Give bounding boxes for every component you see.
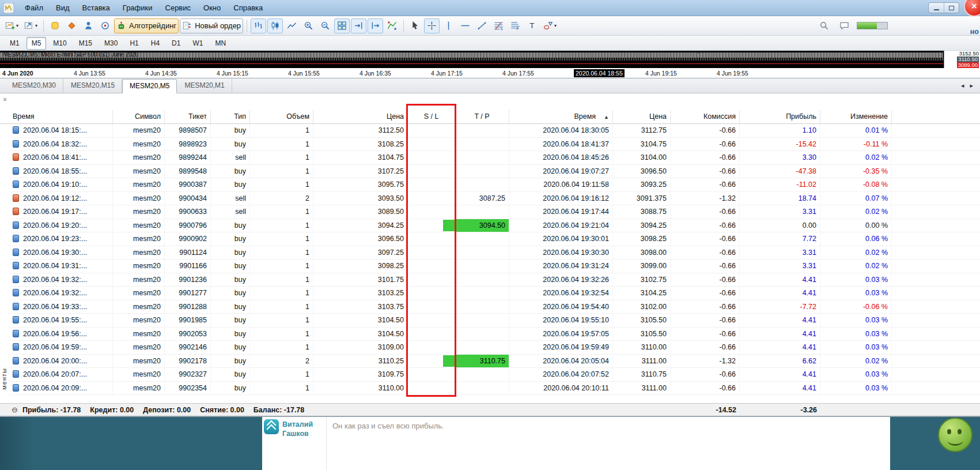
timeframe-button-m30[interactable]: M30	[99, 37, 123, 50]
fibonacci-retracement-button[interactable]: E	[491, 18, 506, 33]
crosshair-button[interactable]	[424, 18, 440, 33]
trade-row[interactable]: 2020.06.04 19:30:...mesm209901124buy1309…	[9, 246, 980, 260]
profiles-button[interactable]: ▾	[22, 18, 40, 33]
menu-item-1[interactable]: Вид	[50, 2, 76, 14]
chart-shift-button[interactable]	[368, 18, 383, 33]
time-axis-slot: 4 Jun 15:55	[286, 70, 357, 77]
fibonacci-expansion-button[interactable]: F	[508, 18, 523, 33]
vertical-line-button[interactable]	[441, 18, 456, 33]
new-order-button[interactable]: Новый ордер	[180, 18, 243, 33]
column-header-1[interactable]: Символ	[113, 110, 165, 123]
candlesticks-button[interactable]	[267, 18, 283, 33]
restore-button[interactable]	[944, 3, 959, 13]
column-header-3[interactable]: Тип	[211, 110, 250, 123]
menu-item-2[interactable]: Вставка	[76, 2, 116, 14]
chart-tab-mesm20-m1[interactable]: MESM20,M1	[177, 78, 232, 93]
column-header-5[interactable]: Цена	[313, 110, 408, 123]
trade-row[interactable]: 2020.06.04 19:59:...mesm209902146buy1310…	[9, 341, 980, 355]
trendline-button[interactable]	[474, 18, 490, 33]
bars-chart-button[interactable]	[251, 18, 266, 33]
timeframe-button-m10[interactable]: M10	[48, 37, 71, 50]
tab-scroll-left-icon[interactable]: ◂	[961, 82, 964, 89]
timeframe-button-h4[interactable]: H4	[146, 37, 165, 50]
trade-row[interactable]: 2020.06.04 19:20:...mesm209900796buy1309…	[9, 219, 980, 233]
trade-row[interactable]: 2020.06.04 19:33:...mesm209901288buy1310…	[9, 300, 980, 314]
timeframe-button-d1[interactable]: D1	[167, 37, 186, 50]
cell-change: 0.02 %	[820, 246, 892, 260]
column-header-6[interactable]: S / L	[408, 110, 455, 123]
objects-button[interactable]: ▾	[541, 18, 559, 33]
chat-message: Он как раз и съел всю прибыль.	[332, 417, 444, 470]
trade-row[interactable]: 2020.06.04 18:15:...mesm209898507buy1311…	[9, 124, 980, 138]
timeframe-button-w1[interactable]: W1	[187, 37, 208, 50]
tab-scroll-right-icon[interactable]: ▸	[970, 82, 973, 89]
timeframe-button-h1[interactable]: H1	[124, 37, 143, 50]
timeframe-button-m15[interactable]: M15	[74, 37, 97, 50]
close-button[interactable]: ×	[964, 0, 980, 17]
data-window-button[interactable]	[64, 18, 80, 33]
timeframe-button-m5[interactable]: M5	[27, 37, 47, 50]
trade-row[interactable]: 2020.06.04 19:10:...mesm209900387buy1309…	[9, 178, 980, 192]
trade-row[interactable]: 2020.06.04 18:41:...mesm209899244sell131…	[9, 151, 980, 165]
new-chart-button[interactable]: ▾	[3, 18, 21, 33]
trade-row[interactable]: 2020.06.04 18:32:...mesm209898923buy1310…	[9, 138, 980, 152]
column-header-9[interactable]: Цена	[613, 110, 671, 123]
market-watch-button[interactable]	[47, 18, 63, 33]
menu-item-0[interactable]: Файл	[18, 2, 50, 14]
indicators-button[interactable]	[384, 18, 400, 33]
search-button[interactable]	[816, 18, 832, 33]
column-header-2[interactable]: Тикет	[165, 110, 211, 123]
column-header-4[interactable]: Объем	[250, 110, 313, 123]
horizontal-line-button[interactable]	[457, 18, 473, 33]
toolbox-button[interactable]	[97, 18, 113, 33]
trade-row[interactable]: 2020.06.04 20:09:...mesm209902354buy1311…	[9, 382, 980, 396]
chat-button[interactable]	[837, 18, 852, 33]
trade-row[interactable]: 2020.06.04 19:12:...mesm209900434sell230…	[9, 192, 980, 206]
cell-tp	[455, 178, 509, 191]
menu-item-4[interactable]: Сервис	[159, 2, 198, 14]
time-axis[interactable]: 4 Jun 20204 Jun 13:554 Jun 14:354 Jun 15…	[0, 68, 980, 78]
navigator-button[interactable]	[81, 18, 96, 33]
trade-row[interactable]: 2020.06.04 20:07:...mesm209902327buy1310…	[9, 368, 980, 382]
menu-item-3[interactable]: Графики	[116, 2, 159, 14]
cell-sl	[408, 219, 455, 232]
algo-trading-button[interactable]: Алготрейдинг	[114, 18, 179, 33]
trade-row[interactable]: 2020.06.04 19:23:...mesm209900902buy1309…	[9, 232, 980, 246]
menu-item-5[interactable]: Окно	[197, 2, 227, 14]
timeframe-button-m1[interactable]: M1	[5, 37, 25, 50]
column-header-10[interactable]: Комиссия	[671, 110, 740, 123]
minimize-button[interactable]	[929, 3, 944, 13]
chat-divider	[326, 417, 327, 470]
trade-row[interactable]: 2020.06.04 19:32:...mesm209901277buy1310…	[9, 287, 980, 300]
trade-row[interactable]: 2020.06.04 19:55:...mesm209901985buy1310…	[9, 314, 980, 328]
chart-tab-mesm20-m15[interactable]: MESM20,M15	[63, 78, 122, 93]
trade-row[interactable]: 2020.06.04 20:00:...mesm209902178buy2311…	[9, 355, 980, 369]
auto-scroll-button[interactable]	[351, 18, 366, 33]
column-header-11[interactable]: Прибыль	[740, 110, 820, 123]
chart-tab-mesm20-m5[interactable]: MESM20,M5	[122, 79, 177, 93]
chart-tab-mesm20-m30[interactable]: MESM20,M30	[5, 78, 63, 93]
trade-row[interactable]: 2020.06.04 19:17:...mesm209900633sell130…	[9, 205, 980, 219]
trade-row[interactable]: 2020.06.04 19:31:...mesm209901166buy1309…	[9, 260, 980, 273]
trade-row[interactable]: 2020.06.04 19:56:...mesm209902053buy1310…	[9, 328, 980, 341]
zoom-in-button[interactable]	[301, 18, 316, 33]
line-chart-button[interactable]	[284, 18, 300, 33]
column-header-0[interactable]: Время	[9, 110, 113, 123]
column-header-12[interactable]: Изменение	[820, 110, 892, 123]
timeframe-button-mn[interactable]: MN	[210, 37, 231, 50]
panel-close-button[interactable]: ×	[3, 96, 7, 103]
tile-windows-button[interactable]	[334, 18, 350, 33]
zoom-out-button[interactable]	[317, 18, 333, 33]
column-header-7[interactable]: T / P	[455, 110, 509, 123]
text-tool-button[interactable]: T	[524, 18, 540, 33]
trade-row[interactable]: 2020.06.04 18:55:...mesm209899548buy1310…	[9, 165, 980, 179]
menu-item-6[interactable]: Справка	[227, 2, 269, 14]
chat-contact-name[interactable]: Виталий Гашков	[282, 417, 324, 470]
cursor-button[interactable]	[407, 18, 423, 33]
collapse-icon[interactable]: ⊖	[12, 405, 18, 414]
chart-symbol-label: MESM20, M5: Micro E-mini S&P 500 (S1) Ju…	[3, 51, 138, 58]
toolbox-side-tab[interactable]: менты	[1, 368, 7, 390]
trade-row[interactable]: 2020.06.04 19:32:...mesm209901236buy1310…	[9, 273, 980, 287]
chart-strip[interactable]: MESM20, M5: Micro E-mini S&P 500 (S1) Ju…	[0, 51, 980, 68]
column-header-8[interactable]: Время▲	[509, 110, 613, 123]
